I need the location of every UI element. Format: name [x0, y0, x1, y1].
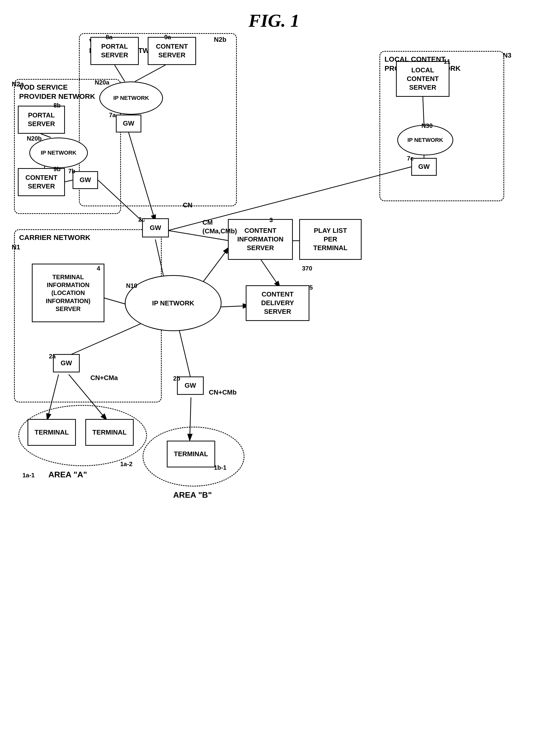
ref-9b: 9b — [53, 166, 61, 173]
portal-server-8b: PORTALSERVER — [18, 106, 65, 134]
ref-2c: 2c — [138, 216, 145, 223]
cm-label: CM — [202, 219, 213, 226]
ref-7c: 7c — [407, 155, 414, 162]
play-list-370: PLAY LISTPERTERMINAL — [299, 219, 362, 260]
ref-1a1: 1a-1 — [22, 472, 35, 479]
content-info-server-3: CONTENTINFORMATIONSERVER — [228, 219, 293, 260]
ref-2a: 2a — [49, 353, 56, 360]
gw-2a: GW — [53, 354, 80, 372]
content-server-9a: CONTENTSERVER — [148, 37, 196, 65]
area-b-boundary — [143, 427, 244, 487]
ref-1b1: 1b-1 — [214, 464, 226, 471]
gw-7b: GW — [73, 171, 98, 189]
ref-7b: 7b — [68, 168, 75, 175]
svg-line-17 — [178, 326, 191, 380]
cn-cma-label: CN+CMa — [90, 374, 118, 382]
svg-line-25 — [261, 260, 280, 288]
cma-cmb-label: (CMa,CMb) — [202, 227, 237, 235]
cn-cmb-label: CN+CMb — [209, 388, 237, 396]
terminal-info-server-4: TERMINALINFORMATION(LOCATIONINFORMATION)… — [32, 264, 104, 322]
gw-2b: GW — [177, 376, 204, 395]
ref-5: 5 — [309, 284, 313, 291]
gw-7c: GW — [411, 158, 437, 176]
ref-370: 370 — [302, 265, 312, 272]
label-n2b: N2b — [214, 36, 226, 44]
ref-11: 11 — [444, 58, 450, 65]
ref-4: 4 — [97, 265, 100, 272]
label-n2a: N2a — [12, 80, 24, 88]
ref-8a: 8a — [106, 34, 113, 41]
ip-network-n20b: IP NETWORK — [29, 138, 88, 168]
label-n20b: N20b — [27, 135, 42, 142]
area-a-boundary — [18, 405, 147, 466]
page-title: FIG. 1 — [249, 10, 299, 31]
ip-network-n20a: IP NETWORK — [99, 82, 163, 115]
label-n3: N3 — [503, 51, 511, 59]
ref-8b: 8b — [53, 102, 61, 109]
label-n30: N30 — [421, 122, 433, 129]
gw-7a: GW — [116, 115, 141, 132]
label-n1: N1 — [12, 243, 20, 251]
ref-7a: 7a — [109, 112, 116, 119]
region-label-carrier-n1: CARRIER NETWORK — [19, 233, 90, 242]
area-b-label: AREA "B" — [173, 490, 212, 500]
content-delivery-server-5: CONTENTDELIVERYSERVER — [246, 285, 309, 321]
cn-label: CN — [183, 201, 193, 209]
ref-9a: 9a — [164, 34, 171, 41]
area-a-label: AREA "A" — [48, 470, 87, 479]
region-label-vod-n2a: VOD SERVICEPROVIDER NETWORK — [19, 83, 95, 101]
portal-server-8a: PORTALSERVER — [90, 37, 139, 65]
label-n10: N10 — [126, 282, 137, 289]
ref-3: 3 — [269, 217, 273, 224]
ref-2b: 2b — [173, 375, 180, 382]
local-content-server-11: LOCALCONTENTSERVER — [396, 61, 449, 97]
gw-2c: GW — [142, 218, 169, 237]
label-n20a: N20a — [95, 79, 109, 86]
ref-1a2: 1a-2 — [120, 461, 132, 468]
ip-network-n30: IP NETWORK — [397, 125, 453, 155]
ip-network-n10: IP NETWORK — [125, 275, 222, 331]
